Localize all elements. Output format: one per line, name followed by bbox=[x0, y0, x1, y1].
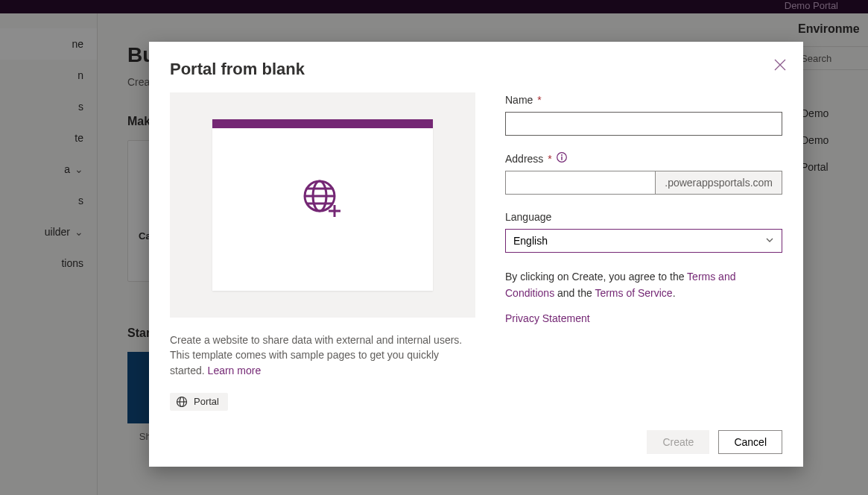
globe-plus-icon bbox=[302, 178, 343, 223]
svg-point-5 bbox=[561, 154, 563, 156]
cancel-button[interactable]: Cancel bbox=[718, 430, 782, 454]
learn-more-link[interactable]: Learn more bbox=[208, 365, 262, 376]
close-button[interactable] bbox=[772, 57, 788, 73]
name-input[interactable] bbox=[505, 112, 782, 136]
language-select[interactable]: English bbox=[505, 229, 782, 253]
create-button[interactable]: Create bbox=[647, 430, 709, 454]
info-icon[interactable] bbox=[557, 152, 567, 165]
chevron-down-icon bbox=[765, 235, 774, 247]
portal-from-blank-dialog: Portal from blank bbox=[149, 42, 803, 467]
preview-accent-stripe bbox=[212, 119, 433, 128]
privacy-statement-link[interactable]: Privacy Statement bbox=[505, 312, 590, 324]
name-label: Name* bbox=[505, 94, 782, 106]
globe-icon bbox=[176, 396, 188, 408]
svg-rect-6 bbox=[561, 157, 562, 160]
template-description: Create a website to share data with exte… bbox=[170, 332, 475, 378]
dialog-title: Portal from blank bbox=[170, 60, 475, 79]
close-icon bbox=[774, 59, 786, 71]
required-indicator: * bbox=[537, 94, 541, 106]
address-input[interactable] bbox=[505, 171, 655, 195]
language-value: English bbox=[513, 235, 548, 247]
dialog-footer: Create Cancel bbox=[149, 418, 803, 467]
template-preview bbox=[170, 92, 475, 318]
legal-text: By clicking on Create, you agree to the … bbox=[505, 269, 782, 301]
required-indicator: * bbox=[548, 153, 551, 165]
tag-label: Portal bbox=[194, 396, 219, 407]
template-type-tag: Portal bbox=[170, 393, 228, 411]
terms-of-service-link[interactable]: Terms of Service bbox=[595, 287, 672, 299]
address-suffix: .powerappsportals.com bbox=[655, 171, 782, 195]
address-label: Address* bbox=[505, 152, 782, 165]
language-label: Language bbox=[505, 211, 782, 223]
